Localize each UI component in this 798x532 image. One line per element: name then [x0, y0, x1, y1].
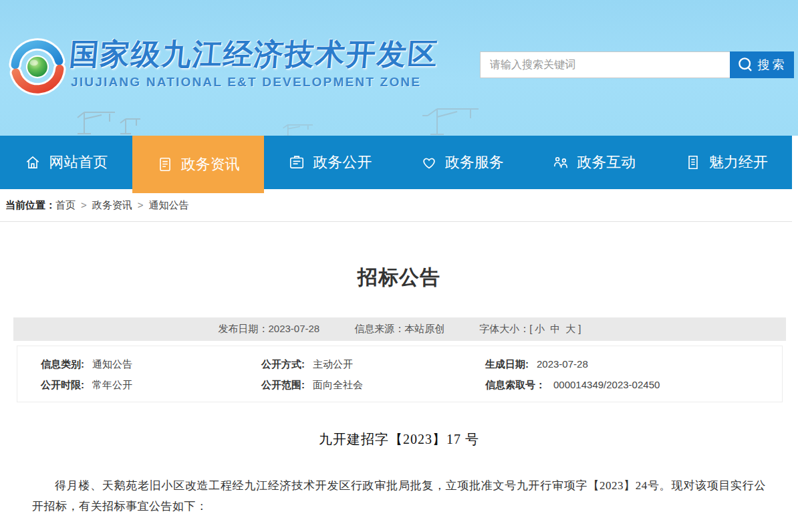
publish-date-value: 2023-07-28 — [268, 323, 319, 334]
info-label: 公开时限: — [41, 379, 84, 390]
info-source-label: 信息来源： — [354, 323, 404, 334]
nav-item-label: 魅力经开 — [709, 152, 768, 172]
info-cell-index-number: 信息索取号：000014349/2023-02450 — [485, 378, 782, 392]
search-input[interactable] — [480, 51, 730, 78]
page-title: 招标公告 — [0, 264, 798, 291]
news-icon — [156, 156, 174, 173]
info-value: 主动公开 — [313, 358, 353, 370]
nav-item-label: 政务服务 — [445, 152, 504, 172]
breadcrumb: 当前位置：首页>政务资讯>通知公告 — [0, 189, 792, 222]
home-icon — [24, 154, 41, 171]
info-value: 面向全社会 — [313, 379, 363, 390]
site-name: 国家级九江经济技术开发区 — [68, 35, 440, 74]
crane-silhouette — [75, 107, 142, 135]
breadcrumb-location-label: 当前位置： — [5, 199, 55, 211]
font-size-label: 字体大小： — [479, 323, 529, 334]
nav-item-home[interactable]: 网站首页 — [0, 136, 132, 189]
nav-item-label: 政务资讯 — [181, 154, 240, 174]
info-value: 通知公告 — [92, 358, 132, 370]
breadcrumb-link-home[interactable]: 首页 — [55, 199, 76, 211]
breadcrumb-separator: > — [138, 199, 144, 211]
breadcrumb-separator: > — [81, 199, 87, 211]
info-value: 000014349/2023-02450 — [553, 379, 660, 390]
info-label: 信息索取号： — [485, 379, 545, 390]
site-banner: 国家级九江经济技术开发区 JIUJIANG NATIONAL E&T DEVEL… — [0, 0, 798, 136]
breadcrumb-link-tongzhi-gonggao[interactable]: 通知公告 — [149, 199, 189, 211]
search-button-label: 搜索 — [758, 57, 787, 73]
nav-item-zhengwu-gongkai[interactable]: 政务公开 — [264, 136, 396, 189]
nav-item-zhengwu-zixun[interactable]: 政务资讯 — [132, 136, 265, 193]
info-cell-generate-date: 生成日期:2023-07-28 — [485, 357, 782, 372]
heart-icon — [420, 154, 438, 171]
search-button[interactable]: 搜索 — [730, 51, 794, 78]
publish-date: 发布日期：2023-07-28 — [218, 323, 319, 336]
info-label: 信息类别: — [41, 358, 84, 370]
article-meta-bar: 发布日期：2023-07-28 信息来源：本站原创 字体大小：[小中大] — [13, 317, 786, 341]
info-label: 公开方式: — [261, 358, 305, 370]
info-label: 生成日期: — [485, 358, 529, 370]
nav-item-label: 网站首页 — [49, 152, 108, 172]
search-icon — [737, 56, 755, 74]
scroll-icon — [684, 154, 702, 171]
publish-date-label: 发布日期： — [218, 323, 268, 334]
font-size-medium-button[interactable]: 中 — [550, 323, 560, 334]
article-body-paragraph: 得月楼、天鹅苑老旧小区改造工程经九江经济技术开发区行政审批局批复，立项批准文号九… — [32, 475, 766, 517]
font-size-small-button[interactable]: 小 — [535, 323, 545, 334]
card-icon — [288, 154, 305, 171]
nav-item-zhengwu-fuwu[interactable]: 政务服务 — [396, 136, 529, 189]
document-info-table: 信息类别:通知公告 公开方式:主动公开 生成日期:2023-07-28 公开时限… — [17, 346, 783, 402]
bracket-close: ] — [578, 323, 581, 334]
site-logo[interactable] — [8, 37, 67, 96]
crane-silhouette — [420, 105, 481, 136]
document-number: 九开建招字【2023】17 号 — [0, 430, 798, 448]
info-cell-open-term: 公开时限:常年公开 — [41, 378, 261, 392]
info-cell-category: 信息类别:通知公告 — [41, 357, 261, 372]
nav-item-zhengwu-hudong[interactable]: 政务互动 — [528, 136, 660, 189]
search-bar: 搜索 — [480, 51, 794, 78]
info-source-value: 本站原创 — [404, 323, 444, 334]
crane-silhouette — [281, 122, 321, 137]
nav-item-meili-jingkai[interactable]: 魅力经开 — [660, 136, 793, 189]
people-icon — [552, 154, 569, 171]
info-label: 公开范围: — [261, 379, 305, 390]
site-name-english: JIUJIANG NATIONAL E&T DEVELOPMENT ZONE — [71, 75, 421, 90]
font-size-control: 字体大小：[小中大] — [479, 323, 581, 336]
breadcrumb-link-zhengwu-zixun[interactable]: 政务资讯 — [92, 199, 132, 211]
nav-item-label: 政务公开 — [313, 152, 372, 172]
font-size-large-button[interactable]: 大 — [565, 323, 575, 334]
bracket-open: [ — [529, 323, 532, 334]
info-cell-open-method: 公开方式:主动公开 — [261, 357, 485, 372]
info-source: 信息来源：本站原创 — [354, 323, 444, 336]
info-value: 常年公开 — [92, 379, 132, 390]
nav-item-label: 政务互动 — [577, 152, 636, 172]
info-cell-open-scope: 公开范围:面向全社会 — [261, 378, 485, 392]
main-navigation: 网站首页 政务资讯 政务公开 政务服务 政务互动 魅力经开 — [0, 136, 792, 189]
info-value: 2023-07-28 — [537, 358, 588, 370]
